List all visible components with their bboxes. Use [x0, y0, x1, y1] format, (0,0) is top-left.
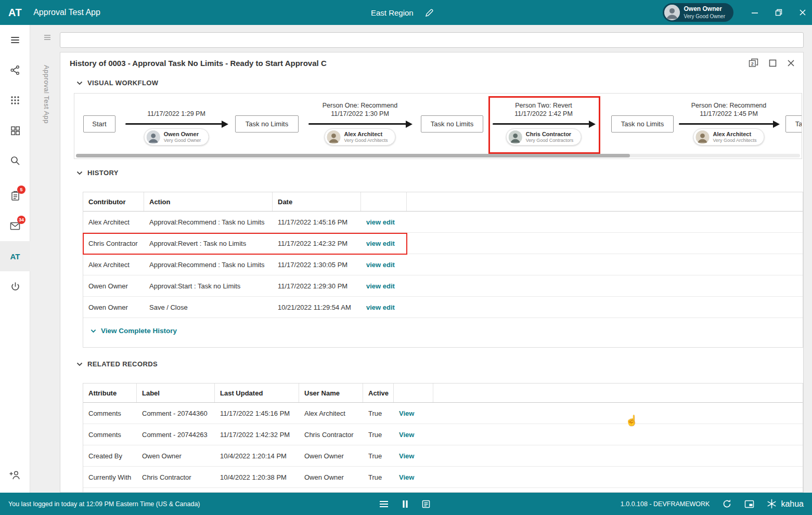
sidebar-item-approval-test-app[interactable]: AT [0, 241, 30, 271]
view-edit-link[interactable]: view edit [361, 240, 407, 247]
arrow-head-icon [589, 121, 596, 128]
user-menu[interactable]: Owen Owner Very Good Owner [663, 3, 733, 22]
user-role: Very Good Owner [684, 14, 725, 20]
chevron-down-icon [76, 171, 83, 175]
active-app-label: AT [10, 252, 20, 261]
panel-grip-icon[interactable] [44, 34, 51, 41]
sidebar-item-search[interactable] [0, 146, 30, 176]
login-info: You last logged in today at 12:09 PM Eas… [8, 500, 200, 508]
section-label-text: VISUAL WORKFLOW [87, 79, 158, 87]
column-header-active: Active [363, 384, 394, 402]
sidebar-item-invite-user[interactable] [0, 459, 30, 490]
cell-last-updated: 11/17/2022 1:42:32 PM [215, 431, 299, 439]
cell-action: Approval:Start : Task no Limits [144, 282, 273, 290]
workflow-scrollbar[interactable] [76, 154, 800, 157]
sidebar-item-hierarchy[interactable] [0, 55, 30, 85]
cell-action: Approval:Recommend : Task no Limits [144, 261, 273, 269]
workflow-node-task-2[interactable]: Task no Limits [421, 115, 483, 133]
vertical-app-tab[interactable]: Approval Test App [43, 65, 50, 124]
column-header-empty [433, 384, 803, 402]
window-controls [751, 0, 807, 25]
table-row: Chris Contractor Approval:Revert : Task … [83, 233, 803, 254]
close-window-icon[interactable] [798, 8, 807, 17]
cell-date: 10/21/2022 11:29:54 AM [273, 303, 361, 311]
cell-date: 11/17/2022 1:45:16 PM [273, 218, 361, 226]
workflow-node-task-1[interactable]: Task no Limits [235, 115, 299, 133]
workflow-node-start[interactable]: Start [83, 115, 115, 133]
cell-label: Owen Owner [137, 452, 215, 460]
workflow-transition-1: 11/17/2022 1:29 PM Owen OwnerVery Good O… [124, 94, 228, 159]
edit-pencil-icon[interactable] [425, 8, 434, 17]
view-link[interactable]: View [394, 452, 433, 460]
workflow-node-task-4[interactable]: Task no Limits [785, 115, 802, 133]
app-title: Approval Test App [33, 8, 100, 17]
view-link[interactable]: View [394, 473, 433, 481]
apps-grid-icon [10, 96, 20, 105]
user-name: Owen Owner [684, 5, 725, 14]
sidebar-item-logout[interactable] [0, 271, 30, 301]
view-edit-link[interactable]: view edit [361, 303, 407, 311]
log-view-icon[interactable] [422, 500, 430, 508]
list-view-icon[interactable] [379, 500, 389, 508]
context-label: East Region [371, 8, 414, 17]
cell-label: Comment - 20744360 [137, 410, 215, 417]
refresh-icon[interactable] [722, 499, 732, 509]
avatar [509, 130, 522, 144]
view-complete-history-link[interactable]: View Complete History [91, 327, 177, 335]
avatar [327, 130, 340, 144]
svg-text:2: 2 [751, 61, 754, 67]
minimize-icon[interactable] [751, 8, 759, 17]
cell-last-updated: 11/17/2022 1:45:16 PM [215, 410, 299, 417]
workflow-transition-4: Person One: Recommend 11/17/2022 1:45 PM… [678, 94, 780, 159]
sidebar-item-tasks[interactable]: 5 [0, 181, 30, 211]
cell-active: True [363, 473, 394, 481]
open-new-window-icon[interactable]: 2 [749, 58, 758, 68]
transition-title: Person Two: Revert [515, 102, 572, 109]
cell-active: True [363, 452, 394, 460]
sidebar-item-messages[interactable]: 34 [0, 211, 30, 241]
related-table-header: Attribute Label Last Updated User Name A… [83, 384, 803, 403]
cell-user-name: Alex Architect [299, 410, 363, 417]
cell-contributor: Chris Contractor [83, 240, 144, 247]
section-related-records[interactable]: RELATED RECORDS [76, 360, 158, 368]
view-link[interactable]: View [394, 431, 433, 439]
split-view-icon[interactable] [402, 500, 409, 508]
cell-action: Save / Close [144, 303, 273, 311]
close-dialog-icon[interactable] [787, 59, 795, 67]
titlebar: AT Approval Test App East Region Owen Ow… [0, 0, 812, 25]
cell-label: Comment - 20744263 [137, 431, 215, 439]
toolbar [60, 32, 804, 48]
workflow-node-task-3[interactable]: Task no Limits [611, 115, 674, 133]
view-edit-link[interactable]: view edit [361, 261, 407, 269]
cell-date: 11/17/2022 1:42:32 PM [273, 240, 361, 247]
hamburger-icon [10, 35, 20, 45]
person-chip[interactable]: Alex ArchitectVery Good Architects [324, 128, 395, 146]
cell-last-updated: 10/4/2022 1:20:38 PM [215, 473, 299, 481]
kahua-wordmark: kahua [781, 499, 804, 509]
section-visual-workflow[interactable]: VISUAL WORKFLOW [76, 79, 158, 87]
view-edit-link[interactable]: view edit [361, 218, 407, 226]
workflow-transition-3: Person Two: Revert 11/17/2022 1:42 PM Ch… [492, 94, 596, 159]
cell-label: Chris Contractor [137, 473, 215, 481]
person-chip[interactable]: Chris ContractorVery Good Contractors [506, 128, 582, 146]
section-history[interactable]: HISTORY [76, 169, 119, 177]
restore-icon[interactable] [775, 8, 783, 17]
table-row: Owen Owner Save / Close 10/21/2022 11:29… [83, 297, 803, 318]
person-chip[interactable]: Alex ArchitectVery Good Architects [693, 128, 764, 146]
context-selector: East Region [371, 8, 434, 17]
view-link[interactable]: View [394, 410, 433, 417]
pip-window-icon[interactable] [744, 500, 754, 508]
scrollbar-thumb[interactable] [76, 154, 630, 157]
dialog-title: History of 0003 - Approval Task No Limit… [70, 59, 327, 68]
avatar [695, 130, 709, 144]
maximize-icon[interactable] [769, 59, 777, 67]
person-chip[interactable]: Owen OwnerVery Good Owner [144, 128, 209, 146]
view-edit-link[interactable]: view edit [361, 282, 407, 290]
menu-button[interactable] [0, 25, 30, 55]
transition-title: Person One: Recommend [323, 102, 398, 109]
statusbar: You last logged in today at 12:09 PM Eas… [0, 493, 812, 515]
sidebar-spacer [0, 176, 30, 181]
sidebar-item-dashboard[interactable] [0, 115, 30, 146]
column-header-user-name: User Name [299, 384, 363, 402]
sidebar-item-apps[interactable] [0, 85, 30, 115]
